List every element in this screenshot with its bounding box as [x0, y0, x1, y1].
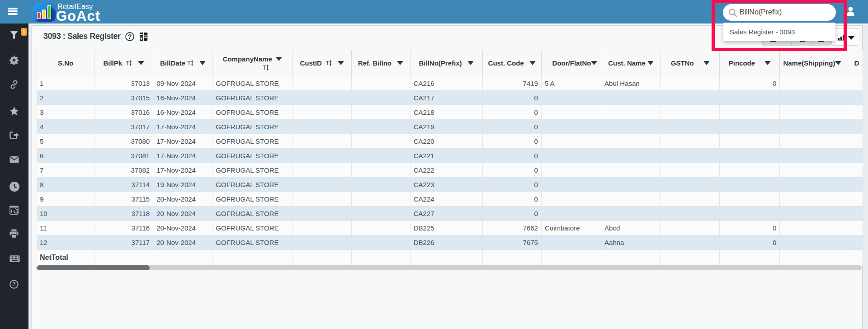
- svg-text:?: ?: [12, 281, 15, 287]
- svg-text:?: ?: [128, 33, 132, 40]
